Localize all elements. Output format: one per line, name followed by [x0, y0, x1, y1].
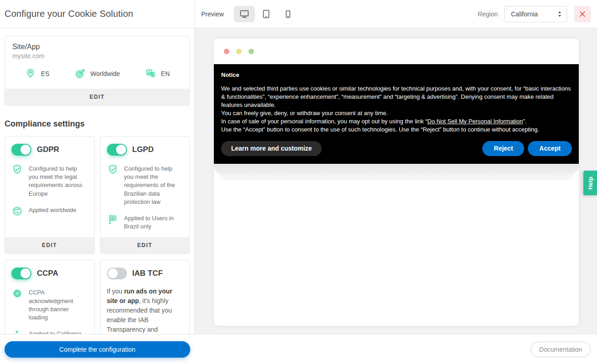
- gdpr-edit-button[interactable]: EDIT: [5, 237, 94, 253]
- lgpd-card-title: LGPD: [132, 145, 154, 154]
- browser-header: [214, 39, 579, 64]
- iab-description-prefix: If you: [107, 288, 124, 295]
- target-icon: [74, 68, 86, 80]
- help-tab[interactable]: Help: [583, 171, 597, 195]
- page-title: Configure your Cookie Solution: [5, 9, 133, 19]
- gdpr-card-title: GDPR: [37, 145, 59, 154]
- main-panel: Preview: [195, 0, 597, 334]
- traffic-light-yellow-icon: [236, 49, 242, 54]
- site-badge-language: A EN: [145, 68, 170, 80]
- compliance-grid-row1: GDPR Configured to help you meet the leg…: [5, 136, 190, 254]
- lgpd-toggle-knob: [116, 145, 126, 155]
- cookie-banner: Notice We and selected third parties use…: [214, 64, 579, 164]
- cookie-banner-paragraph-1: We and selected third parties use cookie…: [221, 85, 572, 109]
- learn-more-button[interactable]: Learn more and customize: [221, 141, 322, 156]
- preview-area: Notice We and selected third parties use…: [195, 28, 597, 334]
- ccpa-card-body: CCPA acknowledgment through banner loadi…: [5, 279, 94, 334]
- ccpa-card-title: CCPA: [37, 269, 58, 278]
- browser-mockup: Notice We and selected third parties use…: [214, 39, 579, 326]
- shield-check-icon: [107, 164, 119, 176]
- ccpa-item-scope: Applied to California users only: [11, 329, 88, 334]
- gear-icon: [11, 288, 23, 299]
- site-badge-language-label: EN: [161, 70, 170, 77]
- do-not-sell-link[interactable]: Do Not Sell My Personal Information: [427, 118, 523, 125]
- lgpd-toggle[interactable]: [107, 144, 127, 156]
- desktop-icon: [239, 9, 250, 20]
- device-desktop-button[interactable]: [234, 6, 255, 22]
- region-select[interactable]: California: [504, 6, 567, 22]
- gdpr-item-scope-text: Applied worldwide: [29, 205, 76, 214]
- paragraph-3-suffix: ”.: [523, 118, 526, 125]
- site-domain: mysite.com: [12, 52, 182, 60]
- region-select-value: California: [511, 10, 538, 18]
- complete-configuration-button[interactable]: Complete the configuration: [5, 341, 190, 358]
- close-preview-button[interactable]: [574, 6, 591, 22]
- footer-left: Complete the configuration: [0, 341, 195, 358]
- accept-button[interactable]: Accept: [528, 141, 572, 156]
- compliance-heading: Compliance settings: [5, 119, 190, 129]
- sidebar-scroll[interactable]: Site/App mysite.com ES: [0, 28, 194, 334]
- gdpr-toggle[interactable]: [11, 144, 31, 156]
- device-tablet-button[interactable]: [256, 6, 277, 22]
- cookie-banner-paragraph-2: You can freely give, deny, or withdraw y…: [221, 109, 572, 117]
- translate-icon: A: [145, 68, 157, 80]
- globe-icon: [11, 205, 23, 217]
- location-pin-icon: [25, 68, 36, 80]
- site-badge-scope-label: Worldwide: [91, 70, 120, 77]
- site-edit-button[interactable]: EDIT: [5, 89, 189, 105]
- tablet-icon: [261, 9, 272, 20]
- compliance-card-lgpd: LGPD Configured to help you meet the req…: [100, 136, 190, 254]
- gdpr-card-body: Configured to help you meet the legal re…: [5, 156, 94, 237]
- select-arrows-icon: [557, 11, 562, 17]
- lgpd-item-legal-text: Configured to help you meet the requirem…: [124, 164, 183, 206]
- lgpd-edit-button[interactable]: EDIT: [101, 237, 190, 253]
- cookie-banner-paragraph-3: In case of sale of your personal informa…: [221, 117, 572, 126]
- content: Configure your Cookie Solution Site/App …: [0, 0, 597, 334]
- gdpr-toggle-knob: [20, 145, 30, 155]
- page-skeleton-bar: [214, 164, 579, 175]
- compliance-card-iab-tcf: IAB TCF If you run ads on your site or a…: [100, 260, 190, 334]
- ccpa-toggle-knob: [20, 268, 30, 278]
- iab-card-title: IAB TCF: [132, 269, 163, 278]
- reject-button[interactable]: Reject: [482, 141, 524, 156]
- site-app-card: Site/App mysite.com ES: [5, 36, 190, 106]
- lgpd-item-scope: Applied to Users in Brazil only: [107, 213, 183, 231]
- region-label: Region: [478, 10, 498, 18]
- site-badges: ES Worldwide: [12, 68, 182, 80]
- site-app-title: Site/App: [12, 43, 182, 51]
- gdpr-card-header: GDPR: [5, 136, 94, 156]
- paragraph-3-prefix: In case of sale of your personal informa…: [221, 118, 427, 125]
- lgpd-card-header: LGPD: [101, 136, 190, 156]
- sidebar-header: Configure your Cookie Solution: [0, 0, 194, 28]
- iab-description: If you run ads on your site or app, it's…: [107, 287, 183, 334]
- site-badge-scope: Worldwide: [74, 68, 120, 80]
- gdpr-item-legal-text: Configured to help you meet the legal re…: [29, 164, 88, 198]
- cookie-banner-buttons: Learn more and customize Reject Accept: [221, 141, 572, 156]
- traffic-light-red-icon: [224, 49, 229, 54]
- cookie-banner-paragraph-4: Use the “Accept” button to consent to th…: [221, 126, 572, 134]
- ccpa-card-header: CCPA: [5, 260, 94, 279]
- sidebar: Configure your Cookie Solution Site/App …: [0, 0, 195, 334]
- bear-icon: [11, 329, 23, 334]
- shield-check-icon: [11, 164, 23, 176]
- ccpa-toggle[interactable]: [11, 268, 31, 279]
- gdpr-item-scope: Applied worldwide: [11, 205, 88, 217]
- device-mobile-button[interactable]: [278, 6, 298, 22]
- flag-eye-icon: [107, 213, 119, 225]
- ccpa-item-scope-text: Applied to California users only: [29, 329, 88, 334]
- iab-card-body: If you run ads on your site or app, it's…: [101, 279, 190, 334]
- site-badge-country: ES: [25, 68, 50, 80]
- mobile-icon: [283, 9, 293, 20]
- preview-topbar: Preview: [195, 0, 597, 28]
- help-tab-label: Help: [587, 177, 593, 189]
- close-icon: [579, 10, 586, 18]
- iab-tcf-toggle[interactable]: [107, 268, 127, 279]
- footer-bar: Complete the configuration Documentation: [0, 334, 597, 364]
- traffic-light-green-icon: [248, 49, 254, 54]
- compliance-card-gdpr: GDPR Configured to help you meet the leg…: [5, 136, 95, 254]
- documentation-button[interactable]: Documentation: [531, 342, 591, 357]
- gdpr-item-legal: Configured to help you meet the legal re…: [11, 164, 88, 198]
- lgpd-card-body: Configured to help you meet the requirem…: [101, 156, 190, 237]
- preview-label: Preview: [201, 10, 224, 18]
- site-badge-country-label: ES: [41, 70, 50, 77]
